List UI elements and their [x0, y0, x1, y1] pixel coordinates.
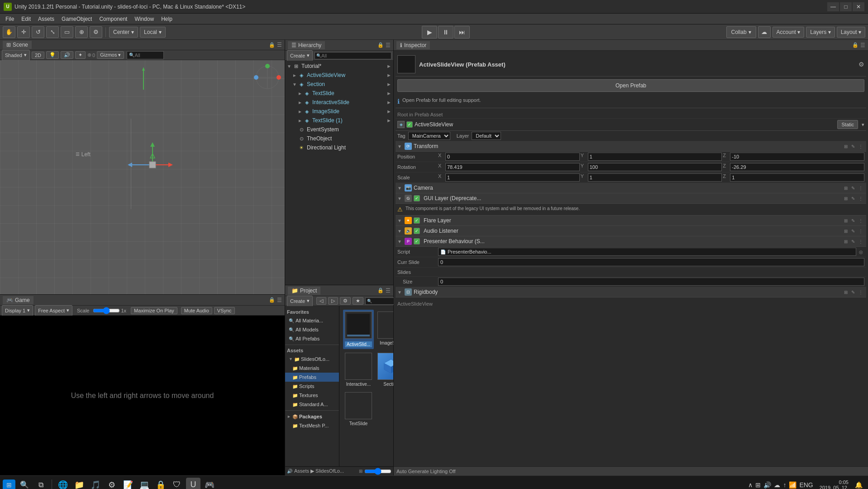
search-btn[interactable]: 🔍	[17, 478, 32, 489]
rotate-tool-btn[interactable]: ↺	[32, 26, 44, 38]
guilayer-menu-icon[interactable]: ⋮	[857, 196, 864, 201]
presenter-menu-icon[interactable]: ⋮	[857, 239, 864, 244]
game-viewport[interactable]: Use the left and right arrows to move ar…	[0, 316, 285, 475]
tag-select[interactable]: MainCamera	[408, 132, 450, 140]
scene-tab[interactable]: ⊞ Scene	[3, 41, 32, 49]
flare-edit-icon[interactable]: ✎	[850, 218, 856, 224]
transform-component-header[interactable]: ▼ ⟳ Transform ⊞ ✎ ⋮	[396, 141, 866, 152]
gui-layer-header[interactable]: ▼ G ✓ GUI Layer (Deprecate... ⊞ ✎ ⋮	[396, 193, 866, 204]
hierarchy-item-arrow-4[interactable]: ►	[386, 91, 391, 96]
local-dropdown[interactable]: Local▾	[140, 27, 166, 38]
maximize-btn[interactable]: □	[840, 2, 852, 11]
hierarchy-item-arrow-6[interactable]: ►	[386, 109, 391, 114]
flare-layer-header[interactable]: ▼ ✦ ✓ Flare Layer ⊞ ✎ ⋮	[396, 216, 866, 226]
rigidbody-menu-icon[interactable]: ⋮	[857, 289, 864, 295]
start-btn[interactable]: ⊞	[3, 479, 15, 489]
project-back-btn[interactable]: ◁	[316, 297, 326, 305]
music-btn[interactable]: 🎮	[202, 478, 217, 489]
fav-models[interactable]: 🔍 All Models	[285, 325, 339, 334]
layout-dropdown[interactable]: Layout ▾	[837, 27, 865, 38]
camera-edit-icon[interactable]: ✎	[850, 185, 856, 191]
pos-z[interactable]	[730, 153, 864, 161]
assets-scripts[interactable]: 📁 Scripts	[285, 382, 339, 391]
assets-standard[interactable]: 📁 Standard A...	[285, 400, 339, 409]
lighting-btn[interactable]: 💡	[46, 51, 59, 59]
size-input[interactable]	[438, 278, 864, 286]
chrome-btn[interactable]: 🌐	[56, 478, 70, 489]
hierarchy-item-textslide1[interactable]: ► ◈ TextSlide (1) ►	[285, 116, 393, 125]
maximize-on-play-btn[interactable]: Maximize On Play	[131, 307, 177, 314]
hierarchy-item-theobject[interactable]: ⊙ TheObject	[285, 134, 393, 143]
layer-select[interactable]: Default	[472, 132, 501, 140]
project-options-btn[interactable]: ⚙	[340, 297, 351, 305]
audio-btn[interactable]: 🔊	[61, 51, 73, 59]
shield-btn[interactable]: 🛡	[170, 478, 184, 489]
scale-y[interactable]	[588, 173, 722, 182]
account-dropdown[interactable]: Account ▾	[773, 27, 805, 38]
hand-tool-btn[interactable]: ✋	[3, 26, 15, 38]
display-dropdown[interactable]: Display 1▾	[2, 305, 33, 316]
rot-z[interactable]	[730, 163, 864, 171]
inspector-gear-icon[interactable]: ⚙	[858, 61, 864, 68]
pause-btn[interactable]: ⏸	[438, 26, 453, 38]
transform-tool-btn[interactable]: ⊕	[75, 26, 88, 38]
collab-btn[interactable]: Collab▾	[726, 26, 756, 38]
hierarchy-item-arrow[interactable]: ►	[386, 63, 391, 69]
tray-chevron[interactable]: ∧	[748, 481, 753, 489]
game-menu-icon[interactable]: ☰	[277, 297, 282, 303]
flare-settings-icon[interactable]: ⊞	[843, 218, 849, 224]
scale-slider[interactable]: 1x	[93, 308, 126, 313]
audio-edit-icon[interactable]: ✎	[850, 228, 856, 234]
inspector-lock[interactable]: 🔒	[852, 42, 858, 48]
scale-x[interactable]	[445, 173, 580, 182]
move-tool-btn[interactable]: ✛	[17, 26, 30, 38]
scene-menu-icon[interactable]: ☰	[277, 42, 282, 48]
hierarchy-menu[interactable]: ☰	[386, 42, 391, 48]
presenter-header[interactable]: ▼ P ✓ Presenter Behaviour (S... ⊞ ✎ ⋮	[396, 236, 866, 247]
packages-item[interactable]: ► 📦 Packages	[285, 412, 339, 421]
scene-lock-icon[interactable]: 🔒	[269, 42, 275, 48]
transform-menu-icon[interactable]: ⋮	[857, 144, 864, 149]
mute-audio-btn[interactable]: Mute Audio	[181, 307, 212, 314]
asset-interactive[interactable]: Interactive...	[343, 351, 374, 388]
game-tab[interactable]: 🎮 Game	[3, 296, 33, 304]
audio-checkbox[interactable]: ✓	[414, 228, 420, 234]
curr-slide-input[interactable]	[438, 258, 864, 266]
window-controls[interactable]: — □ ✕	[827, 2, 864, 11]
terminal-btn[interactable]: 💻	[137, 478, 152, 489]
game-lock-icon[interactable]: 🔒	[269, 297, 275, 303]
vscode-btn[interactable]: 📝	[121, 478, 135, 489]
menu-file[interactable]: File	[2, 14, 18, 24]
hierarchy-item-interactiveslide[interactable]: ► ◈ InteractiveSlide ►	[285, 98, 393, 107]
vsync-btn[interactable]: VSync	[214, 307, 235, 314]
hierarchy-item-activeslideview[interactable]: ► ◈ ActiveSlideView ►	[285, 71, 393, 80]
menu-edit[interactable]: Edit	[18, 14, 34, 24]
camera-settings-icon[interactable]: ⊞	[843, 185, 849, 191]
project-star-btn[interactable]: ★	[353, 297, 363, 305]
rigidbody-edit-icon[interactable]: ✎	[850, 289, 856, 295]
hierarchy-item-eventsystem[interactable]: ⊙ EventSystem	[285, 125, 393, 134]
asset-section[interactable]: Section	[376, 351, 393, 388]
rigidbody-settings-icon[interactable]: ⊞	[843, 289, 849, 295]
menu-component[interactable]: Component	[95, 14, 131, 24]
close-btn[interactable]: ✕	[853, 2, 864, 11]
center-dropdown[interactable]: Center▾	[109, 27, 138, 38]
unity-taskbar-btn[interactable]: U	[186, 478, 200, 489]
gui-layer-checkbox[interactable]: ✓	[414, 195, 420, 201]
menu-gameobject[interactable]: GameObject	[58, 14, 95, 24]
project-create-btn[interactable]: Create▾	[287, 296, 313, 307]
presenter-checkbox[interactable]: ✓	[414, 238, 420, 244]
fav-materials[interactable]: 🔍 All Materia...	[285, 316, 339, 325]
project-menu[interactable]: ☰	[386, 288, 391, 294]
scale-z[interactable]	[730, 173, 864, 182]
hierarchy-item-arrow-7[interactable]: ►	[386, 118, 391, 123]
taskbar-clock[interactable]: 0:05 2019. 05. 12.	[816, 479, 852, 489]
hierarchy-item-directionallight[interactable]: ☀ Directional Light	[285, 143, 393, 152]
gizmos-dropdown[interactable]: Gizmos ▾	[97, 51, 124, 59]
rigidbody-header[interactable]: ▼ ⊡ Rigidbody ⊞ ✎ ⋮	[396, 287, 866, 297]
project-lock[interactable]: 🔒	[377, 288, 384, 293]
settings-btn[interactable]: ⚙	[105, 478, 119, 489]
open-prefab-btn[interactable]: Open Prefab	[397, 79, 864, 92]
tray-lang[interactable]: ENG	[799, 481, 813, 489]
tray-onedrive[interactable]: ☁	[774, 481, 780, 489]
